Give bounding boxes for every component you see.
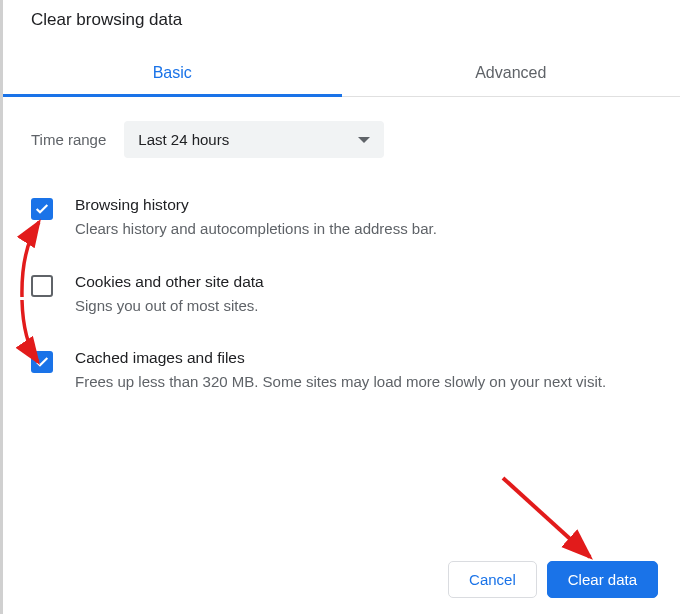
- option-browsing-history: Browsing history Clears history and auto…: [31, 180, 652, 257]
- option-text: Cached images and files Frees up less th…: [75, 349, 652, 394]
- tab-advanced[interactable]: Advanced: [342, 52, 681, 96]
- option-cached: Cached images and files Frees up less th…: [31, 333, 652, 410]
- option-title: Cached images and files: [75, 349, 652, 367]
- option-title: Browsing history: [75, 196, 652, 214]
- tab-basic[interactable]: Basic: [3, 52, 342, 96]
- option-desc: Frees up less than 320 MB. Some sites ma…: [75, 371, 652, 394]
- checkbox-cookies[interactable]: [31, 275, 53, 297]
- time-range-label: Time range: [31, 131, 106, 148]
- time-range-row: Time range Last 24 hours: [3, 97, 680, 170]
- option-text: Cookies and other site data Signs you ou…: [75, 273, 652, 318]
- button-label: Clear data: [568, 571, 637, 588]
- dialog-title: Clear browsing data: [3, 0, 680, 30]
- time-range-select[interactable]: Last 24 hours: [124, 121, 384, 158]
- dialog-footer: Cancel Clear data: [448, 561, 658, 598]
- cancel-button[interactable]: Cancel: [448, 561, 537, 598]
- option-text: Browsing history Clears history and auto…: [75, 196, 652, 241]
- option-title: Cookies and other site data: [75, 273, 652, 291]
- button-label: Cancel: [469, 571, 516, 588]
- checkbox-browsing-history[interactable]: [31, 198, 53, 220]
- tab-label: Basic: [153, 64, 192, 81]
- time-range-value: Last 24 hours: [138, 131, 229, 148]
- option-cookies: Cookies and other site data Signs you ou…: [31, 257, 652, 334]
- option-desc: Signs you out of most sites.: [75, 295, 652, 318]
- chevron-down-icon: [358, 137, 370, 143]
- checkmark-icon: [34, 201, 50, 217]
- tabs: Basic Advanced: [3, 52, 680, 97]
- clear-data-button[interactable]: Clear data: [547, 561, 658, 598]
- options-list: Browsing history Clears history and auto…: [3, 170, 680, 410]
- checkmark-icon: [34, 354, 50, 370]
- option-desc: Clears history and autocompletions in th…: [75, 218, 652, 241]
- tab-label: Advanced: [475, 64, 546, 81]
- clear-browsing-data-dialog: Clear browsing data Basic Advanced Time …: [3, 0, 680, 614]
- checkbox-cached[interactable]: [31, 351, 53, 373]
